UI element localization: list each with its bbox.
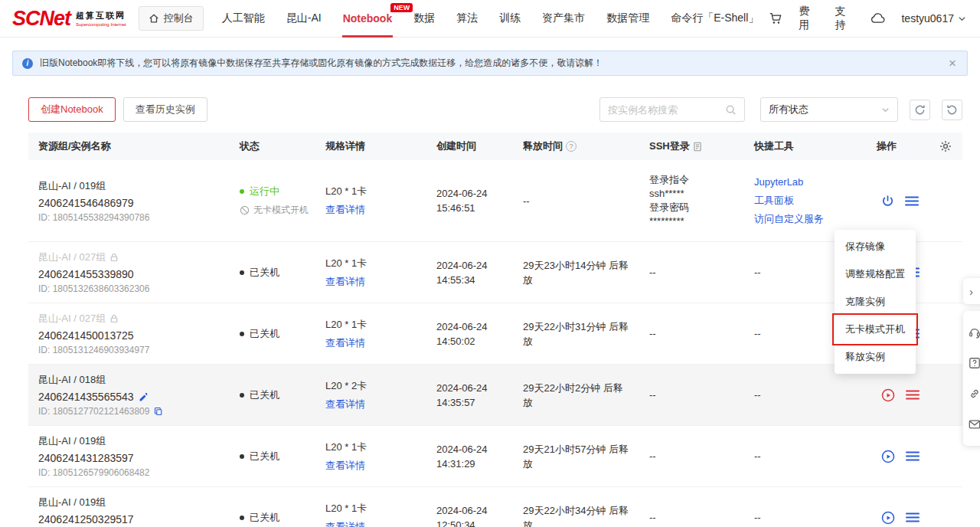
resource-group: 昆山-AI / 019组 [38, 496, 234, 509]
more-actions-icon[interactable] [906, 512, 920, 523]
status-filter-select[interactable]: 所有状态 [760, 97, 898, 122]
ssh-login: -- [649, 512, 754, 523]
menu-item-clone-instance[interactable]: 克隆实例 [835, 288, 916, 316]
quick-tools: -- [754, 450, 877, 462]
cart-icon[interactable] [769, 12, 782, 25]
nav-item-kunshan-ai[interactable]: 昆山-AI [276, 0, 332, 38]
nav-item-data[interactable]: 数据 [403, 0, 446, 38]
nav-item-algorithms[interactable]: 算法 [446, 0, 488, 38]
header-created: 创建时间 [436, 139, 523, 153]
status-badge: 已关机 [240, 511, 319, 525]
spec-text: L20 * 1卡 [325, 257, 430, 270]
feedback-button[interactable] [969, 409, 980, 440]
help-button[interactable] [969, 348, 980, 378]
search-input[interactable] [608, 104, 725, 116]
resource-group: 昆山-AI / 019组 [38, 434, 234, 448]
resource-group: 昆山-AI / 018组 [38, 373, 234, 387]
menu-item-no-gpu-boot[interactable]: 无卡模式开机 [835, 316, 916, 343]
instance-name: 2406241250329517 [38, 513, 234, 525]
spec-text: L20 * 2卡 [325, 379, 430, 393]
instance-id: ID: 1805145538294390786 [38, 212, 234, 223]
create-notebook-button[interactable]: 创建Notebook [28, 97, 116, 122]
console-label: 控制台 [164, 11, 194, 25]
search-icon[interactable] [725, 104, 737, 116]
view-details-link[interactable]: 查看详情 [325, 336, 430, 350]
cloud-icon[interactable] [871, 13, 885, 24]
view-details-link[interactable]: 查看详情 [325, 203, 430, 217]
edit-icon[interactable] [139, 392, 149, 402]
menu-item-save-image[interactable]: 保存镜像 [835, 233, 916, 260]
jupyterlab-link[interactable]: JupyterLab [754, 173, 871, 191]
nav-item-ai[interactable]: 人工智能 [211, 0, 276, 38]
shutdown-icon[interactable] [881, 195, 894, 208]
user-menu[interactable]: testyu0617 [901, 12, 966, 25]
more-actions-icon[interactable] [906, 450, 920, 462]
instance-id: ID: 1805126579906068482 [38, 467, 234, 478]
start-icon[interactable] [881, 511, 895, 525]
view-details-link[interactable]: 查看详情 [325, 398, 430, 411]
nav-item-data-management[interactable]: 数据管理 [596, 0, 660, 38]
chevron-down-icon [958, 15, 966, 23]
question-square-icon [969, 357, 980, 369]
nav-item-eshell[interactable]: 命令行「E-Shell」 [660, 0, 769, 38]
table-header: 资源组/实例名称 状态 规格详情 创建时间 释放时间? SSH登录 快捷工具 操… [28, 133, 962, 160]
refresh-button[interactable] [910, 100, 930, 120]
link-icon [969, 388, 980, 400]
toolbar: 创建Notebook 查看历史实例 所有状态 [28, 97, 962, 122]
release-time: 29天22小时31分钟 后释放 [523, 319, 649, 349]
header-spec: 规格详情 [325, 139, 436, 153]
release-time: 29天22小时34分钟 后释放 [523, 503, 649, 527]
ssh-login: -- [649, 450, 754, 462]
ssh-login: -- [649, 328, 754, 339]
mail-icon [969, 419, 980, 430]
link-button[interactable] [969, 378, 980, 409]
status-dot [240, 332, 244, 336]
header-name: 资源组/实例名称 [28, 139, 240, 153]
view-history-button[interactable]: 查看历史实例 [123, 97, 207, 122]
reset-button[interactable] [942, 100, 962, 120]
nav-item-notebook[interactable]: Notebook NEW [332, 0, 403, 38]
header-release: 释放时间? [523, 139, 649, 153]
view-details-link[interactable]: 查看详情 [325, 520, 430, 527]
lock-icon [109, 314, 119, 323]
spec-text: L20 * 1卡 [325, 502, 430, 516]
more-actions-icon[interactable] [906, 389, 920, 401]
table-row: 昆山-AI / 019组 2406241250329517 ID: 180510… [28, 487, 962, 527]
instance-id: ID: 1805131246903934977 [38, 345, 234, 355]
search-box [599, 97, 745, 122]
quick-tools: JupyterLab 工具面板 访问自定义服务 [754, 173, 877, 228]
header-ssh: SSH登录 [649, 139, 754, 153]
start-icon[interactable] [881, 450, 895, 463]
view-details-link[interactable]: 查看详情 [325, 459, 430, 473]
spec-text: L20 * 1卡 [325, 185, 430, 198]
headset-icon [969, 326, 980, 339]
quick-tools: -- [754, 389, 877, 401]
spec-text: L20 * 1卡 [325, 318, 430, 332]
close-icon[interactable]: × [947, 57, 958, 70]
scnet-logo[interactable]: SCNet 超算互联网 Supercomputing Internet [12, 8, 126, 29]
release-time: 29天21小时57分钟 后释放 [523, 442, 649, 471]
created-time: 2024-06-24 12:50:34 [436, 503, 523, 527]
start-icon[interactable] [881, 388, 895, 402]
support-link[interactable]: 支持 [835, 5, 854, 32]
cost-link[interactable]: 费用 [799, 5, 818, 32]
nav-item-training[interactable]: 训练 [488, 0, 531, 38]
created-time: 2024-06-24 15:46:51 [436, 186, 523, 215]
gear-icon[interactable] [939, 140, 952, 152]
logo-subtitle: 超算互联网 [76, 10, 126, 21]
menu-item-adjust-spec[interactable]: 调整规格配置 [835, 260, 916, 288]
more-actions-icon[interactable] [905, 195, 919, 207]
view-details-link[interactable]: 查看详情 [325, 275, 430, 289]
refresh-icon [914, 104, 926, 116]
nav-item-asset-market[interactable]: 资产集市 [531, 0, 596, 38]
console-button[interactable]: 控制台 [139, 6, 204, 31]
help-tooltip-icon[interactable]: ? [566, 141, 577, 152]
menu-item-release-instance[interactable]: 释放实例 [835, 343, 916, 371]
release-time: 29天22小时2分钟 后释放 [523, 381, 649, 410]
instance-name: 2406241450013725 [38, 329, 234, 342]
collapse-panel-button[interactable]: › [963, 278, 980, 304]
support-button[interactable] [969, 317, 980, 348]
tool-panel-link[interactable]: 工具面板 [754, 191, 871, 210]
custom-service-link[interactable]: 访问自定义服务 [754, 210, 871, 228]
copy-icon[interactable] [154, 407, 163, 416]
